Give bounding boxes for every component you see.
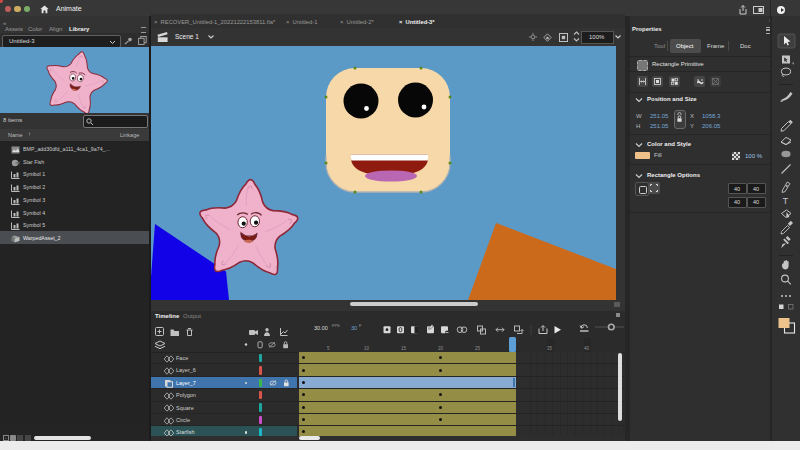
svg-text:T: T — [783, 195, 789, 206]
